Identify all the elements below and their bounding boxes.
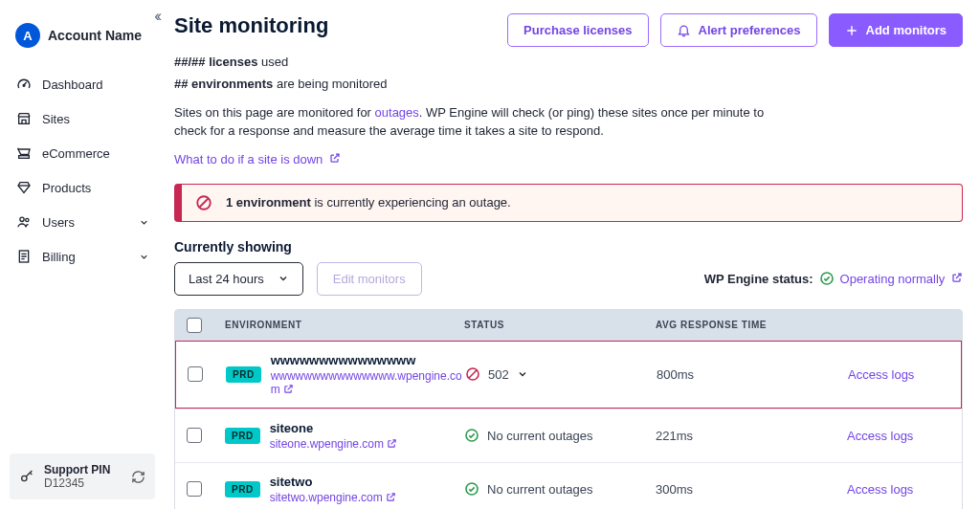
col-rt: AVG RESPONSE TIME — [656, 320, 847, 330]
check-circle-icon — [819, 271, 835, 286]
currently-showing-label: Currently showing — [174, 239, 963, 254]
svg-point-3 — [20, 217, 24, 221]
response-time: 800ms — [657, 367, 848, 382]
sidebar-item-products[interactable]: Products — [0, 170, 165, 205]
support-pin-label: Support PIN — [44, 463, 110, 476]
storefront-icon — [15, 111, 33, 126]
env-line: ## environments are being monitored — [174, 77, 963, 91]
row-checkbox[interactable] — [188, 366, 203, 382]
select-all-checkbox[interactable] — [187, 318, 202, 333]
sidebar-item-label: eCommerce — [42, 146, 110, 161]
nav-list: DashboardSiteseCommerceProductsUsersBill… — [0, 67, 165, 274]
response-time: 300ms — [656, 482, 847, 497]
sidebar-item-label: Users — [42, 215, 75, 230]
env-name: siteone — [270, 421, 398, 435]
sidebar-item-ecommerce[interactable]: eCommerce — [0, 136, 165, 170]
col-status: STATUS — [464, 320, 656, 330]
sidebar-item-dashboard[interactable]: Dashboard — [0, 67, 165, 101]
speed-icon — [15, 77, 33, 92]
key-icon — [19, 469, 34, 484]
table-row: PRDsitetwositetwo.wpengine.com No curren… — [175, 462, 962, 509]
env-url-link[interactable]: wwwwwwwwwwwwwww.wpengine.com — [271, 369, 465, 396]
status-cell: No current outages — [464, 428, 656, 443]
external-link-icon — [386, 491, 396, 504]
chevron-down-icon — [139, 252, 149, 262]
access-logs-link[interactable]: Access logs — [847, 482, 913, 497]
bell-icon — [677, 23, 691, 37]
licenses-line: ##/## licenses used — [174, 55, 963, 69]
outages-link[interactable]: outages — [375, 105, 419, 120]
sidebar-item-billing[interactable]: Billing — [0, 239, 165, 274]
purchase-licenses-button[interactable]: Purchase licenses — [507, 13, 648, 47]
env-badge: PRD — [225, 481, 260, 498]
page-title: Site monitoring — [174, 13, 328, 38]
time-range-select[interactable]: Last 24 hours — [174, 262, 303, 296]
table-row: PRDsiteonesiteone.wpengine.com No curren… — [175, 409, 962, 462]
page-description: Sites on this page are monitored for out… — [174, 104, 787, 141]
col-env: ENVIRONMENT — [225, 320, 464, 330]
env-name: wwwwwwwwwwwwwww — [271, 353, 465, 367]
row-checkbox[interactable] — [187, 481, 202, 497]
invoice-icon — [15, 249, 33, 264]
help-link[interactable]: What to do if a site is down — [174, 152, 341, 166]
external-link-icon — [951, 273, 963, 286]
support-pin-card: Support PIN D12345 — [10, 454, 155, 499]
edit-monitors-button[interactable]: Edit monitors — [317, 262, 422, 296]
svg-point-0 — [23, 84, 25, 86]
chevron-down-icon — [278, 273, 289, 284]
plus-icon — [845, 24, 858, 37]
external-link-icon — [329, 153, 341, 166]
alert-preferences-button[interactable]: Alert preferences — [660, 13, 817, 47]
external-link-icon — [387, 437, 397, 451]
sidebar-item-users[interactable]: Users — [0, 205, 165, 239]
cart-icon — [15, 145, 33, 161]
access-logs-link[interactable]: Access logs — [848, 367, 914, 382]
row-checkbox[interactable] — [187, 428, 202, 443]
collapse-sidebar-icon[interactable]: ‹‹ — [154, 8, 159, 25]
svg-point-6 — [22, 476, 27, 480]
ban-icon — [465, 366, 480, 382]
sidebar-item-label: Sites — [42, 112, 70, 126]
outage-alert: 1 environment is currently experiencing … — [174, 184, 963, 222]
sidebar: ‹‹ A Account Name DashboardSiteseCommerc… — [0, 0, 165, 509]
env-url-link[interactable]: siteone.wpengine.com — [270, 437, 398, 451]
diamond-icon — [15, 180, 33, 195]
engine-status: WP Engine status: Operating normally — [704, 271, 963, 286]
chevron-down-icon — [139, 217, 149, 228]
check-circle-icon — [464, 481, 479, 497]
sidebar-item-label: Billing — [42, 250, 76, 264]
access-logs-link[interactable]: Access logs — [847, 429, 913, 443]
avatar: A — [15, 23, 40, 48]
engine-status-link[interactable]: Operating normally — [840, 272, 963, 286]
table-header: ENVIRONMENT STATUS AVG RESPONSE TIME — [175, 310, 962, 341]
env-url-link[interactable]: sitetwo.wpengine.com — [270, 491, 396, 504]
env-badge: PRD — [225, 428, 260, 444]
svg-rect-2 — [19, 156, 30, 159]
users-icon — [15, 214, 33, 230]
monitor-table: ENVIRONMENT STATUS AVG RESPONSE TIME PRD… — [174, 309, 963, 509]
sidebar-item-label: Dashboard — [42, 77, 103, 92]
account-name: Account Name — [48, 28, 142, 43]
sidebar-item-label: Products — [42, 181, 91, 195]
chevron-down-icon[interactable] — [517, 368, 528, 380]
sidebar-item-sites[interactable]: Sites — [0, 101, 165, 136]
response-time: 221ms — [656, 429, 847, 443]
ban-icon — [195, 194, 212, 211]
table-row: PRDwwwwwwwwwwwwwwwwwwwwwwwwwwwwww.wpengi… — [175, 341, 962, 409]
account-block[interactable]: A Account Name — [0, 10, 165, 67]
refresh-icon[interactable] — [131, 470, 145, 484]
status-cell: 502 — [465, 366, 657, 382]
external-link-icon — [283, 383, 294, 396]
env-badge: PRD — [226, 366, 261, 383]
env-name: sitetwo — [270, 475, 396, 489]
check-circle-icon — [464, 428, 479, 443]
status-cell: No current outages — [464, 481, 656, 497]
main: Site monitoring Purchase licenses Alert … — [165, 0, 980, 509]
support-pin-value: D12345 — [44, 476, 110, 490]
svg-point-4 — [26, 218, 29, 221]
add-monitors-button[interactable]: Add monitors — [829, 13, 964, 47]
